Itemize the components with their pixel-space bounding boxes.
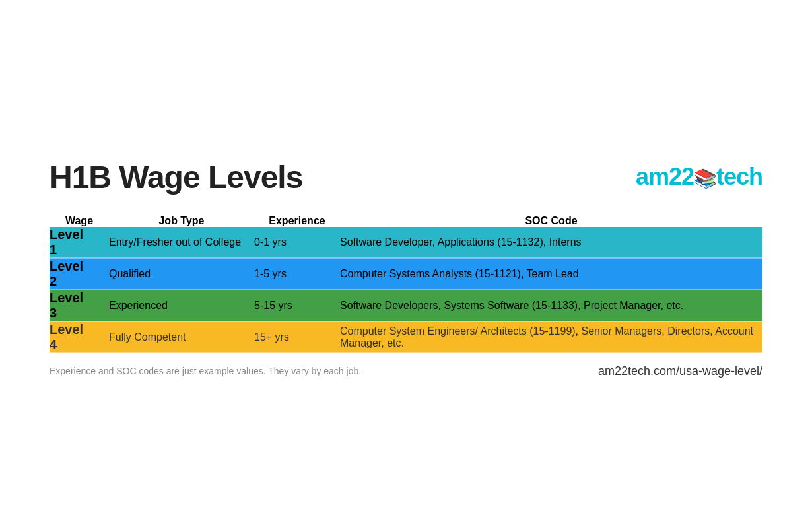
logo: am22📚tech: [636, 163, 762, 191]
cell-soccode-4: Computer System Engineers/ Architects (1…: [340, 321, 762, 353]
header: H1B Wage Levels am22📚tech: [50, 159, 762, 195]
cell-experience-2: 1-5 yrs: [254, 258, 340, 290]
logo-books-icon: 📚: [694, 170, 716, 188]
cell-level-2: Level 2: [50, 258, 109, 290]
cell-experience-3: 5-15 yrs: [254, 290, 340, 321]
cell-experience-1: 0-1 yrs: [254, 227, 340, 258]
col-header-soccode: SOC Code: [340, 215, 762, 227]
table-header-row: Wage Job Type Experience SOC Code: [50, 215, 762, 227]
table-row: Level 1 Entry/Fresher out of College 0-1…: [50, 227, 762, 258]
table-row: Level 4 Fully Competent 15+ yrs Computer…: [50, 321, 762, 353]
footer-url: am22tech.com/usa-wage-level/: [598, 364, 762, 378]
table-row: Level 2 Qualified 1-5 yrs Computer Syste…: [50, 258, 762, 290]
logo-tech: tech: [716, 163, 762, 190]
cell-experience-4: 15+ yrs: [254, 321, 340, 353]
col-header-wage: Wage: [50, 215, 109, 227]
cell-jobtype-4: Fully Competent: [109, 321, 254, 353]
footer-note: Experience and SOC codes are just exampl…: [50, 366, 361, 376]
cell-level-4: Level 4: [50, 321, 109, 353]
cell-level-1: Level 1: [50, 227, 109, 258]
col-header-jobtype: Job Type: [109, 215, 254, 227]
main-card: H1B Wage Levels am22📚tech Wage Job Type …: [23, 133, 789, 398]
cell-jobtype-2: Qualified: [109, 258, 254, 290]
cell-soccode-3: Software Developers, Systems Software (1…: [340, 290, 762, 321]
cell-jobtype-3: Experienced: [109, 290, 254, 321]
wage-levels-table: Wage Job Type Experience SOC Code Level …: [50, 215, 762, 354]
page-title: H1B Wage Levels: [50, 159, 302, 195]
table-row: Level 3 Experienced 5-15 yrs Software De…: [50, 290, 762, 321]
cell-jobtype-1: Entry/Fresher out of College: [109, 227, 254, 258]
col-header-experience: Experience: [254, 215, 340, 227]
cell-soccode-2: Computer Systems Analysts (15-1121), Tea…: [340, 258, 762, 290]
cell-level-3: Level 3: [50, 290, 109, 321]
footer: Experience and SOC codes are just exampl…: [50, 364, 762, 378]
logo-am22: am22: [636, 163, 694, 190]
cell-soccode-1: Software Developer, Applications (15-113…: [340, 227, 762, 258]
